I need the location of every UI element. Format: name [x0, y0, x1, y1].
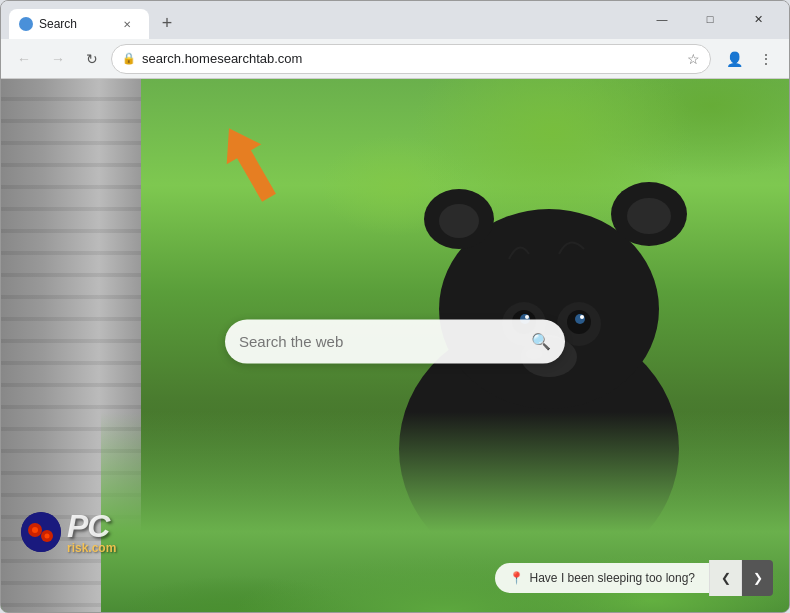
forward-button[interactable]: →	[43, 44, 73, 74]
tab-title: Search	[39, 17, 113, 31]
browser-content: 🔍 PC risk.com 📍 Hav	[1, 79, 789, 612]
svg-point-29	[45, 534, 50, 539]
pcrisk-brand-text: PC	[67, 510, 116, 542]
navigation-bar: ← → ↻ 🔒 ☆ 👤 ⋮	[1, 39, 789, 79]
bookmark-icon[interactable]: ☆	[687, 51, 700, 67]
svg-point-28	[32, 527, 38, 533]
pcrisk-domain-text: risk.com	[67, 542, 116, 554]
search-icon[interactable]: 🔍	[531, 332, 551, 351]
svg-point-5	[627, 198, 671, 234]
svg-point-13	[580, 315, 584, 319]
suggestion-location-icon: 📍	[509, 571, 524, 585]
back-button[interactable]: ←	[9, 44, 39, 74]
suggestion-pill[interactable]: 📍 Have I been sleeping too long?	[495, 563, 709, 593]
minimize-button[interactable]: —	[639, 7, 685, 31]
search-container: 🔍	[225, 319, 565, 363]
svg-point-11	[575, 314, 585, 324]
nav-right-icons: 👤 ⋮	[719, 44, 781, 74]
pcrisk-logo: PC risk.com	[21, 510, 116, 554]
suggestion-navigation: ❮ ❯	[709, 560, 773, 596]
svg-point-4	[439, 204, 479, 238]
address-bar[interactable]: 🔒 ☆	[111, 44, 711, 74]
new-tab-button[interactable]: +	[153, 9, 181, 37]
url-input[interactable]	[142, 51, 681, 66]
tab-bar: Search ✕ + — □ ✕	[1, 1, 789, 39]
maximize-button[interactable]: □	[687, 7, 733, 31]
close-button[interactable]: ✕	[735, 7, 781, 31]
suggestion-next-button[interactable]: ❯	[741, 560, 773, 596]
browser-window: Search ✕ + — □ ✕ ← → ↻ 🔒 ☆ 👤 ⋮	[0, 0, 790, 613]
suggestion-text: Have I been sleeping too long?	[530, 571, 695, 585]
tab-favicon	[19, 17, 33, 31]
tab-close-button[interactable]: ✕	[119, 16, 135, 32]
profile-button[interactable]: 👤	[719, 44, 749, 74]
lock-icon: 🔒	[122, 52, 136, 65]
reload-button[interactable]: ↻	[77, 44, 107, 74]
suggestion-prev-button[interactable]: ❮	[709, 560, 741, 596]
search-input[interactable]	[239, 333, 523, 350]
active-tab[interactable]: Search ✕	[9, 9, 149, 39]
menu-button[interactable]: ⋮	[751, 44, 781, 74]
window-controls: — □ ✕	[639, 7, 781, 31]
suggestion-bar: 📍 Have I been sleeping too long? ❮ ❯	[495, 560, 773, 596]
svg-marker-24	[219, 123, 279, 203]
pcrisk-circle-icon	[21, 512, 61, 552]
search-box[interactable]: 🔍	[225, 319, 565, 363]
